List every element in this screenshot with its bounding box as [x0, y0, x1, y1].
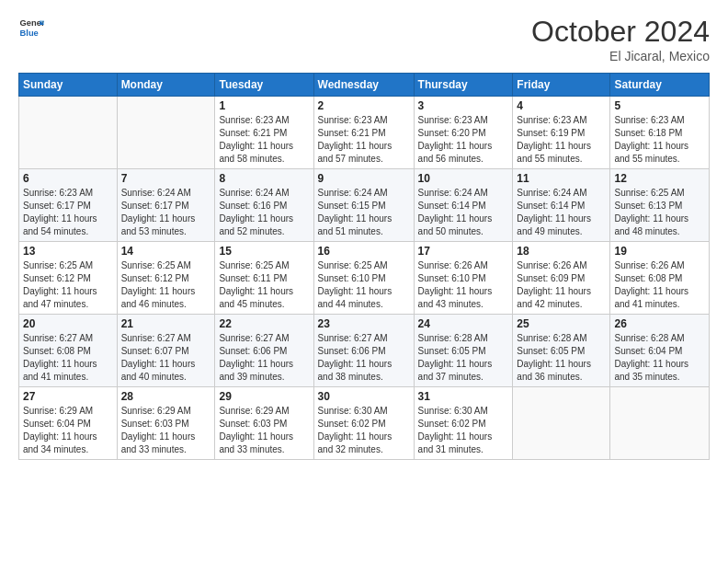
day-number: 25: [517, 317, 606, 330]
day-info: Sunrise: 6:23 AMSunset: 6:21 PMDaylight:…: [219, 114, 309, 166]
table-cell: 22Sunrise: 6:27 AMSunset: 6:06 PMDayligh…: [215, 315, 313, 387]
day-number: 12: [614, 172, 705, 185]
title-block: October 2024 El Jicaral, Mexico: [531, 15, 710, 63]
day-info: Sunrise: 6:26 AMSunset: 6:10 PMDaylight:…: [418, 259, 509, 311]
calendar-table: Sunday Monday Tuesday Wednesday Thursday…: [18, 73, 710, 460]
day-info: Sunrise: 6:27 AMSunset: 6:06 PMDaylight:…: [318, 332, 410, 384]
day-info: Sunrise: 6:27 AMSunset: 6:07 PMDaylight:…: [121, 332, 211, 384]
table-cell: 11Sunrise: 6:24 AMSunset: 6:14 PMDayligh…: [513, 169, 610, 242]
day-number: 9: [318, 172, 410, 185]
day-info: Sunrise: 6:30 AMSunset: 6:02 PMDaylight:…: [318, 405, 410, 456]
col-wednesday: Wednesday: [313, 74, 414, 97]
day-number: 10: [418, 172, 509, 185]
calendar-header-row: Sunday Monday Tuesday Wednesday Thursday…: [19, 74, 710, 97]
day-number: 17: [418, 245, 509, 258]
table-cell: 23Sunrise: 6:27 AMSunset: 6:06 PMDayligh…: [313, 315, 414, 387]
svg-text:Blue: Blue: [20, 29, 39, 38]
table-cell: 14Sunrise: 6:25 AMSunset: 6:12 PMDayligh…: [117, 242, 215, 315]
table-cell: 17Sunrise: 6:26 AMSunset: 6:10 PMDayligh…: [414, 242, 513, 315]
table-cell: 25Sunrise: 6:28 AMSunset: 6:05 PMDayligh…: [513, 315, 610, 387]
day-info: Sunrise: 6:23 AMSunset: 6:20 PMDaylight:…: [418, 114, 509, 166]
day-number: 6: [23, 172, 113, 185]
day-number: 13: [23, 245, 113, 258]
table-cell: 30Sunrise: 6:30 AMSunset: 6:02 PMDayligh…: [313, 387, 414, 460]
day-info: Sunrise: 6:28 AMSunset: 6:05 PMDaylight:…: [517, 332, 606, 384]
table-cell: [19, 97, 118, 169]
table-cell: 27Sunrise: 6:29 AMSunset: 6:04 PMDayligh…: [19, 387, 118, 460]
day-info: Sunrise: 6:24 AMSunset: 6:14 PMDaylight:…: [418, 187, 509, 238]
day-number: 14: [121, 245, 211, 258]
table-cell: 5Sunrise: 6:23 AMSunset: 6:18 PMDaylight…: [610, 97, 710, 169]
day-info: Sunrise: 6:30 AMSunset: 6:02 PMDaylight:…: [418, 405, 509, 456]
table-cell: 19Sunrise: 6:26 AMSunset: 6:08 PMDayligh…: [610, 242, 710, 315]
day-number: 28: [121, 390, 211, 403]
week-row-3: 13Sunrise: 6:25 AMSunset: 6:12 PMDayligh…: [19, 242, 710, 315]
day-info: Sunrise: 6:24 AMSunset: 6:14 PMDaylight:…: [517, 187, 606, 238]
table-cell: [610, 387, 710, 460]
day-info: Sunrise: 6:29 AMSunset: 6:04 PMDaylight:…: [23, 405, 113, 456]
table-cell: 4Sunrise: 6:23 AMSunset: 6:19 PMDaylight…: [513, 97, 610, 169]
day-number: 16: [318, 245, 410, 258]
day-number: 24: [418, 317, 509, 330]
day-number: 1: [219, 99, 309, 112]
day-info: Sunrise: 6:28 AMSunset: 6:04 PMDaylight:…: [614, 332, 705, 384]
day-info: Sunrise: 6:23 AMSunset: 6:17 PMDaylight:…: [23, 187, 113, 238]
table-cell: 12Sunrise: 6:25 AMSunset: 6:13 PMDayligh…: [610, 169, 710, 242]
table-cell: 26Sunrise: 6:28 AMSunset: 6:04 PMDayligh…: [610, 315, 710, 387]
day-number: 7: [121, 172, 211, 185]
day-number: 22: [219, 317, 309, 330]
table-cell: [513, 387, 610, 460]
col-saturday: Saturday: [610, 74, 710, 97]
day-info: Sunrise: 6:23 AMSunset: 6:19 PMDaylight:…: [517, 114, 606, 166]
table-cell: 10Sunrise: 6:24 AMSunset: 6:14 PMDayligh…: [414, 169, 513, 242]
day-number: 8: [219, 172, 309, 185]
day-info: Sunrise: 6:29 AMSunset: 6:03 PMDaylight:…: [121, 405, 211, 456]
day-number: 4: [517, 99, 606, 112]
col-thursday: Thursday: [414, 74, 513, 97]
day-info: Sunrise: 6:25 AMSunset: 6:10 PMDaylight:…: [318, 259, 410, 311]
table-cell: 1Sunrise: 6:23 AMSunset: 6:21 PMDaylight…: [215, 97, 313, 169]
day-number: 11: [517, 172, 606, 185]
table-cell: 2Sunrise: 6:23 AMSunset: 6:21 PMDaylight…: [313, 97, 414, 169]
table-cell: 31Sunrise: 6:30 AMSunset: 6:02 PMDayligh…: [414, 387, 513, 460]
week-row-4: 20Sunrise: 6:27 AMSunset: 6:08 PMDayligh…: [19, 315, 710, 387]
logo: General Blue: [18, 15, 44, 40]
day-info: Sunrise: 6:23 AMSunset: 6:18 PMDaylight:…: [614, 114, 705, 166]
day-number: 23: [318, 317, 410, 330]
title-month: October 2024: [531, 15, 710, 49]
day-info: Sunrise: 6:27 AMSunset: 6:08 PMDaylight:…: [23, 332, 113, 384]
day-info: Sunrise: 6:26 AMSunset: 6:09 PMDaylight:…: [517, 259, 606, 311]
day-number: 20: [23, 317, 113, 330]
table-cell: 6Sunrise: 6:23 AMSunset: 6:17 PMDaylight…: [19, 169, 118, 242]
page: General Blue October 2024 El Jicaral, Me…: [0, 0, 728, 563]
table-cell: 28Sunrise: 6:29 AMSunset: 6:03 PMDayligh…: [117, 387, 215, 460]
day-number: 15: [219, 245, 309, 258]
day-number: 2: [318, 99, 410, 112]
day-number: 29: [219, 390, 309, 403]
day-info: Sunrise: 6:25 AMSunset: 6:12 PMDaylight:…: [121, 259, 211, 311]
title-location: El Jicaral, Mexico: [531, 49, 710, 63]
day-info: Sunrise: 6:26 AMSunset: 6:08 PMDaylight:…: [614, 259, 705, 311]
day-info: Sunrise: 6:23 AMSunset: 6:21 PMDaylight:…: [318, 114, 410, 166]
day-number: 5: [614, 99, 705, 112]
day-info: Sunrise: 6:25 AMSunset: 6:12 PMDaylight:…: [23, 259, 113, 311]
week-row-2: 6Sunrise: 6:23 AMSunset: 6:17 PMDaylight…: [19, 169, 710, 242]
day-number: 3: [418, 99, 509, 112]
header: General Blue October 2024 El Jicaral, Me…: [18, 15, 710, 63]
table-cell: 8Sunrise: 6:24 AMSunset: 6:16 PMDaylight…: [215, 169, 313, 242]
day-number: 31: [418, 390, 509, 403]
day-number: 26: [614, 317, 705, 330]
day-info: Sunrise: 6:27 AMSunset: 6:06 PMDaylight:…: [219, 332, 309, 384]
table-cell: 9Sunrise: 6:24 AMSunset: 6:15 PMDaylight…: [313, 169, 414, 242]
day-info: Sunrise: 6:29 AMSunset: 6:03 PMDaylight:…: [219, 405, 309, 456]
week-row-5: 27Sunrise: 6:29 AMSunset: 6:04 PMDayligh…: [19, 387, 710, 460]
col-monday: Monday: [117, 74, 215, 97]
day-number: 30: [318, 390, 410, 403]
table-cell: 13Sunrise: 6:25 AMSunset: 6:12 PMDayligh…: [19, 242, 118, 315]
table-cell: 29Sunrise: 6:29 AMSunset: 6:03 PMDayligh…: [215, 387, 313, 460]
table-cell: 15Sunrise: 6:25 AMSunset: 6:11 PMDayligh…: [215, 242, 313, 315]
table-cell: 3Sunrise: 6:23 AMSunset: 6:20 PMDaylight…: [414, 97, 513, 169]
day-info: Sunrise: 6:24 AMSunset: 6:15 PMDaylight:…: [318, 187, 410, 238]
general-blue-logo-icon: General Blue: [18, 15, 44, 40]
week-row-1: 1Sunrise: 6:23 AMSunset: 6:21 PMDaylight…: [19, 97, 710, 169]
